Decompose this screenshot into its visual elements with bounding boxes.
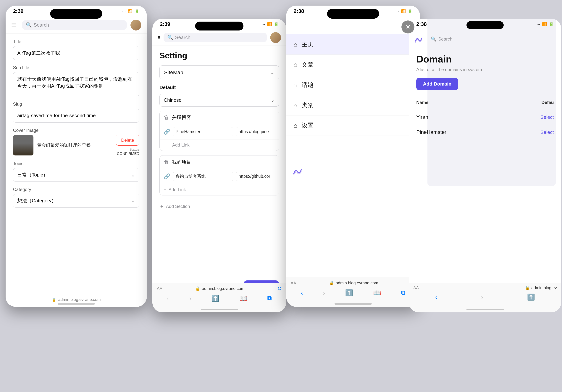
- share-btn-2[interactable]: ⬆️: [211, 295, 219, 302]
- link-row-2: 🔗: [160, 169, 279, 184]
- add-section-row[interactable]: ⊞ Add Section: [159, 200, 279, 213]
- back-btn-3[interactable]: ‹: [301, 289, 303, 297]
- bottom-bar-1: 🔒 admin.blog.evrane.com: [6, 292, 147, 307]
- section-header-2: 🗑 我的项目: [160, 155, 279, 169]
- link-name-input-1[interactable]: [173, 127, 233, 136]
- nav-bar-1: ☰ 🔍 Search: [6, 17, 147, 34]
- category-select[interactable]: 想法（Category） ⌄: [13, 194, 139, 208]
- domain-row-yiran: Yiran Select: [416, 110, 554, 125]
- topic-arrow-icon: ⌄: [131, 172, 135, 178]
- house-icon-categories: ⌂: [294, 102, 297, 109]
- lock-icon-4: 🔒: [525, 285, 530, 290]
- bookmarks-btn-3[interactable]: 📖: [373, 289, 381, 297]
- search-box-2[interactable]: 🔍 Search: [164, 33, 267, 42]
- section-block-1: 🗑 关联博客 🔗 + + Add Link: [159, 111, 279, 151]
- trash-icon-1[interactable]: 🗑: [164, 114, 169, 120]
- domain-table-header: Name Defau: [416, 97, 554, 108]
- menu-icon-2[interactable]: ☰: [158, 36, 160, 39]
- sitemap-arrow-icon: ⌄: [270, 69, 274, 75]
- browser-actions-4: ‹ › ⬆️: [413, 293, 557, 301]
- search-icon-4: 🔍: [431, 36, 436, 42]
- browser-bar-3: AA 🔒 admin.blog.evrane.com ↺ ‹ › ⬆️ 📖 ⧉: [286, 277, 420, 307]
- topic-select[interactable]: 日常（Topic） ⌄: [13, 168, 139, 182]
- nav-label-categories: 类别: [302, 101, 314, 109]
- status-icons-4: ··· 📶 🔋: [537, 22, 554, 27]
- phone4-wrapper: 2:38 ··· 📶 🔋 🔍 Search Domain A list of a…: [409, 19, 561, 312]
- logo-icon-4: [414, 35, 424, 43]
- wifi-icon: 📶: [128, 9, 132, 13]
- dynamic-island-4: [467, 21, 504, 29]
- title-input[interactable]: AirTag第二次救了我: [13, 46, 139, 60]
- phone2-frame: 2:39 ··· 📶 🔋 ☰ 🔍 Search Setting SiteMap …: [152, 19, 286, 312]
- status-icons-2: ··· 📶 🔋: [262, 22, 279, 27]
- title-field-group: Title AirTag第二次救了我: [13, 39, 139, 60]
- delete-button[interactable]: Delete: [116, 135, 139, 146]
- bookmarks-btn-2[interactable]: 📖: [239, 295, 247, 302]
- col-default-header: Defau: [541, 100, 554, 105]
- nav-item-settings[interactable]: ⌂ 设置: [286, 116, 420, 136]
- back-btn-4[interactable]: ‹: [435, 293, 437, 301]
- link-row-1: 🔗: [160, 124, 279, 140]
- add-link-label-2: Add Link: [169, 187, 186, 192]
- forward-btn-3[interactable]: ›: [323, 289, 325, 297]
- nav-label-settings: 设置: [302, 121, 314, 130]
- add-link-row-1[interactable]: + + Add Link: [160, 140, 279, 151]
- time-1: 2:39: [13, 8, 23, 14]
- battery-icon-3: 🔋: [408, 9, 413, 13]
- nav-item-categories[interactable]: ⌂ 类别: [286, 95, 420, 116]
- browser-url-text-4: 🔒 admin.blog.ev: [525, 285, 557, 290]
- add-domain-button[interactable]: Add Domain: [416, 78, 458, 90]
- reload-icon-2[interactable]: ↺: [278, 285, 282, 292]
- subtitle-input[interactable]: 就在十天前我使用AirTag找回了自己的钱包，没想到在今天，再一次用AirTag…: [13, 72, 139, 96]
- slug-input[interactable]: airtag-saved-me-for-the-second-time: [13, 109, 139, 122]
- status-area: Status CONFIRMED: [117, 147, 139, 156]
- nav-label-topics: 话题: [302, 81, 314, 89]
- subtitle-field-group: SubTitle 就在十天前我使用AirTag找回了自己的钱包，没想到在今天，再…: [13, 65, 139, 96]
- nav-item-articles[interactable]: ⌂ 文章: [286, 55, 420, 75]
- bottom-url-1: admin.blog.evrane.com: [58, 297, 101, 302]
- language-dropdown[interactable]: Chinese ⌄: [159, 94, 279, 107]
- tabs-btn-2[interactable]: ⧉: [267, 295, 272, 302]
- add-link-label-1: + Add Link: [169, 143, 189, 148]
- slug-field-group: Slug airtag-saved-me-for-the-second-time: [13, 102, 139, 122]
- phone4-topbar: 🔍 Search: [409, 32, 561, 47]
- category-value: 想法（Category）: [17, 198, 56, 204]
- sitemap-dropdown[interactable]: SiteMap ⌄: [159, 65, 279, 79]
- link-url-input-1[interactable]: [236, 127, 279, 136]
- language-arrow-icon: ⌄: [271, 97, 275, 103]
- battery-icon: 🔋: [134, 9, 139, 13]
- language-value: Chinese: [164, 97, 181, 103]
- home-indicator-4: [467, 309, 504, 310]
- search-box-1[interactable]: 🔍 Search: [22, 20, 127, 30]
- content-1: Title AirTag第二次救了我 SubTitle 就在十天前我使用AirT…: [6, 34, 147, 292]
- time-4: 2:38: [416, 21, 427, 27]
- browser-actions-2: ‹ › ⬆️ 📖 ⧉: [157, 295, 282, 302]
- domain-select-yiran[interactable]: Select: [540, 114, 554, 120]
- link-name-input-2[interactable]: [173, 172, 233, 181]
- back-btn-2[interactable]: ‹: [167, 295, 169, 302]
- setting-title: Setting: [159, 51, 279, 60]
- house-icon-topics: ⌂: [294, 82, 297, 89]
- home-indicator-2: [201, 309, 238, 310]
- forward-btn-4[interactable]: ›: [481, 293, 483, 301]
- avatar-1[interactable]: [130, 20, 141, 31]
- domain-select-pinehamster[interactable]: Select: [540, 130, 554, 135]
- close-overlay-button[interactable]: ✕: [401, 21, 414, 34]
- add-link-row-2[interactable]: + Add Link: [160, 184, 279, 195]
- forward-btn-2[interactable]: ›: [189, 295, 191, 302]
- nav-item-topics[interactable]: ⌂ 话题: [286, 75, 420, 95]
- tabs-btn-3[interactable]: ⧉: [401, 289, 406, 297]
- content-4: Domain A list of all the domains in syst…: [409, 48, 561, 283]
- browser-url-text-3: 🔒 admin.blog.evrane.com: [329, 281, 378, 285]
- battery-icon-2: 🔋: [274, 22, 279, 27]
- link-url-input-2[interactable]: [236, 172, 279, 181]
- add-section-label: Add Section: [166, 204, 190, 209]
- avatar-2[interactable]: [270, 32, 281, 43]
- share-btn-4[interactable]: ⬆️: [527, 293, 535, 301]
- nav-item-home[interactable]: ⌂ 主页: [286, 35, 420, 55]
- title-label: Title: [13, 39, 139, 44]
- section-name-1: 关联博客: [172, 114, 191, 121]
- menu-icon-1[interactable]: ☰: [11, 22, 17, 29]
- trash-icon-2[interactable]: 🗑: [164, 159, 169, 165]
- share-btn-3[interactable]: ⬆️: [345, 289, 353, 297]
